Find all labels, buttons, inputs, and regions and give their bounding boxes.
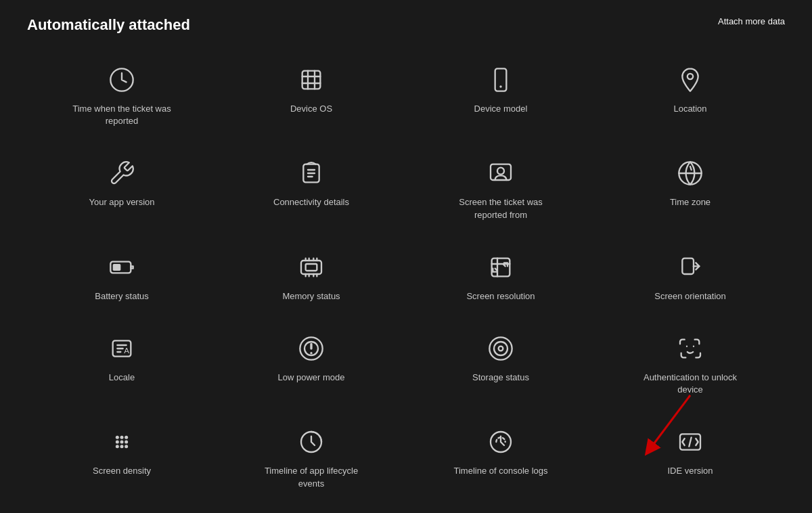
memory-icon (295, 251, 328, 284)
svg-text:A: A (124, 346, 129, 355)
item-label-battery: Battery status (95, 290, 148, 303)
svg-rect-10 (491, 164, 511, 180)
map-pin-icon (674, 64, 706, 96)
item-label-memory: Memory status (282, 290, 340, 303)
item-memory[interactable]: Memory status (217, 235, 406, 316)
item-label-screen-resolution: Screen resolution (466, 290, 535, 303)
item-label-screen-density: Screen density (93, 465, 151, 477)
item-label-time-zone: Time zone (670, 196, 710, 208)
svg-rect-16 (306, 264, 317, 271)
low-power-icon (295, 332, 328, 365)
svg-point-25 (499, 347, 503, 351)
item-label-lifecycle: Timeline of app lifecycle events (257, 465, 365, 489)
item-label-connectivity: Connectivity details (273, 196, 349, 208)
ide-icon (674, 426, 706, 458)
item-label-device-model: Device model (474, 103, 528, 115)
item-console-logs[interactable]: Timeline of console logs (406, 409, 595, 503)
svg-point-24 (494, 342, 508, 355)
item-battery[interactable]: Battery status (27, 235, 217, 316)
svg-rect-1 (302, 71, 321, 89)
svg-rect-6 (495, 68, 507, 91)
svg-point-8 (687, 74, 693, 79)
item-connectivity[interactable]: Connectivity details (217, 141, 406, 234)
item-screen-from[interactable]: Screen the ticket was reported from (406, 141, 595, 234)
item-label-time-reported: Time when the ticket was reported (68, 103, 176, 127)
screen-rotate-icon (674, 251, 706, 284)
svg-rect-18 (682, 258, 694, 273)
item-label-locale: Locale (109, 372, 135, 384)
item-app-version[interactable]: Your app version (27, 141, 217, 234)
smartphone-icon (484, 64, 517, 96)
item-label-console-logs: Timeline of console logs (454, 465, 548, 477)
item-label-app-version: Your app version (89, 196, 154, 208)
items-grid: Time when the ticket was reported Device… (0, 34, 812, 513)
svg-point-31 (125, 441, 128, 444)
item-label-low-power: Low power mode (278, 372, 345, 384)
item-device-model[interactable]: Device model (406, 47, 595, 141)
item-label-device-os: Device OS (290, 103, 332, 115)
locale-icon: A (106, 332, 138, 365)
face-id-icon (674, 332, 706, 365)
item-label-location: Location (673, 103, 706, 115)
storage-icon (484, 332, 517, 365)
svg-rect-14 (113, 264, 121, 271)
battery-icon (106, 251, 138, 284)
page-title: Automatically attached (27, 16, 190, 34)
svg-point-34 (125, 445, 128, 448)
svg-point-33 (120, 445, 124, 448)
clock-icon (106, 64, 138, 96)
svg-rect-17 (492, 258, 510, 276)
item-lifecycle[interactable]: Timeline of app lifecycle events (217, 409, 406, 503)
item-low-power[interactable]: Low power mode (217, 316, 406, 409)
svg-point-29 (116, 441, 119, 444)
item-screen-resolution[interactable]: Screen resolution (406, 235, 595, 316)
svg-point-11 (497, 168, 504, 175)
item-permissions[interactable]: Granted permissions ¹ (27, 504, 217, 513)
item-time-reported[interactable]: Time when the ticket was reported (27, 47, 217, 141)
item-label-screen-orientation: Screen orientation (654, 290, 726, 303)
item-label-storage: Storage status (472, 372, 529, 384)
item-storage[interactable]: Storage status (406, 316, 595, 409)
item-screen-density[interactable]: Screen density (27, 409, 217, 503)
screen-user-icon (484, 157, 517, 189)
svg-point-27 (120, 436, 124, 439)
item-location[interactable]: Location (595, 47, 785, 141)
lifecycle-icon (295, 426, 328, 458)
wifi-icon (295, 157, 328, 189)
svg-point-30 (120, 441, 124, 444)
svg-point-26 (116, 436, 119, 439)
svg-point-28 (125, 436, 128, 439)
item-label-ide-version: IDE version (667, 465, 713, 477)
hash-icon (295, 64, 328, 96)
item-label-auth-unlock: Authentication to unlock device (636, 372, 744, 396)
svg-point-32 (116, 445, 119, 448)
item-locale[interactable]: A Locale (27, 316, 217, 409)
item-time-zone[interactable]: Time zone (595, 141, 785, 234)
attach-more-link[interactable]: Attach more data (718, 16, 785, 26)
item-auth-unlock[interactable]: Authentication to unlock device (595, 316, 785, 409)
screen-density-icon (106, 426, 138, 458)
wrench-icon (106, 157, 138, 189)
clock-globe-icon (674, 157, 706, 189)
item-device-os[interactable]: Device OS (217, 47, 406, 141)
item-label-screen-from: Screen the ticket was reported from (447, 196, 555, 221)
screen-resize-icon (484, 251, 517, 284)
item-ide-version[interactable]: IDE version (595, 409, 785, 503)
console-icon (484, 426, 517, 458)
item-screen-orientation[interactable]: Screen orientation (595, 235, 785, 316)
svg-rect-15 (301, 261, 321, 274)
svg-point-23 (489, 337, 512, 359)
